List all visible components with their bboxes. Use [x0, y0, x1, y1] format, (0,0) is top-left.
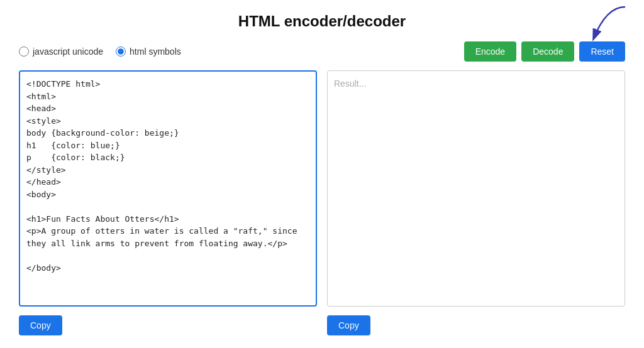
input-textarea[interactable] [19, 70, 317, 307]
encode-button[interactable]: Encode [464, 41, 516, 62]
radio-html-symbols-label: html symbols [130, 46, 181, 57]
radio-js-unicode[interactable] [19, 46, 29, 57]
input-panel [19, 70, 317, 307]
copy-panel-input: Copy [19, 315, 317, 335]
radio-js-unicode-label: javascript unicode [33, 46, 103, 57]
editors-row [19, 70, 625, 307]
decode-button[interactable]: Decode [521, 41, 574, 62]
radio-group: javascript unicode html symbols [19, 46, 181, 57]
copy-row: Copy Copy [19, 315, 625, 335]
arrow-annotation [569, 4, 638, 48]
copy-panel-result: Copy [327, 315, 625, 335]
radio-option-js-unicode[interactable]: javascript unicode [19, 46, 103, 57]
radio-option-html-symbols[interactable]: html symbols [116, 46, 181, 57]
radio-html-symbols[interactable] [116, 46, 126, 57]
result-panel [327, 70, 625, 307]
page-container: HTML encoder/decoder javascript unicode … [0, 0, 644, 348]
copy-result-button[interactable]: Copy [327, 315, 370, 335]
button-group: Encode Decode Reset [464, 41, 625, 62]
result-textarea[interactable] [327, 70, 625, 307]
copy-input-button[interactable]: Copy [19, 315, 62, 335]
page-title: HTML encoder/decoder [19, 13, 625, 30]
controls-row: javascript unicode html symbols Encode D… [19, 41, 625, 62]
